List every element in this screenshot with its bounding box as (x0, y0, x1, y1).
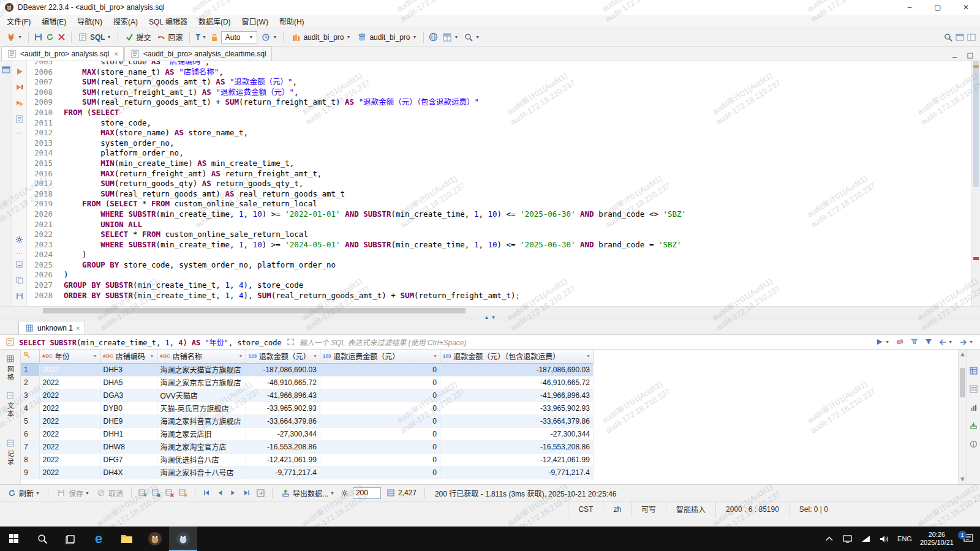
view-tab-grid[interactable]: 网格 (5, 353, 15, 381)
close-icon[interactable]: × (114, 50, 118, 58)
schema-combo[interactable]: audit_bi_pro▼ (354, 31, 419, 43)
column-menu-icon[interactable]: ▼ (313, 354, 317, 358)
expand-filter-icon[interactable] (285, 337, 296, 347)
view-tab-record[interactable]: 记录 (5, 438, 15, 466)
data-cell[interactable]: 2022 (39, 402, 100, 414)
overview-marker-warning[interactable] (973, 65, 979, 68)
data-cell[interactable]: -46,910,665.72 (440, 376, 593, 389)
copy-icon[interactable] (14, 275, 24, 285)
calc-panel-icon[interactable] (968, 384, 979, 394)
data-cell[interactable]: 0 (320, 402, 440, 414)
data-cell[interactable]: -41,966,896.43 (440, 389, 593, 402)
data-cell[interactable]: -12,421,061.99 (246, 453, 320, 466)
menu-item-5[interactable]: 数据库(D) (193, 15, 236, 28)
row-number-cell[interactable]: 9 (21, 466, 39, 479)
data-cell[interactable]: 2022 (39, 440, 100, 453)
edit-filter-icon[interactable] (909, 337, 919, 347)
code-line[interactable]: GROUP BY SUBSTR(min_create_time_t, 1, 4)… (64, 280, 971, 291)
data-cell[interactable]: -187,086,690.03 (246, 363, 320, 376)
delete-row-icon[interactable] (165, 488, 175, 498)
data-cell[interactable]: DGA3 (100, 389, 157, 402)
sql-editor-button[interactable]: SQL▼ (76, 31, 113, 43)
apply-filter-button[interactable]: ▼ (875, 337, 891, 347)
chart-panel-icon[interactable] (968, 402, 979, 413)
tray-network-icon[interactable] (861, 534, 871, 544)
code-line[interactable]: SUM(real_return_goods_amt) AS real_retur… (64, 189, 971, 200)
data-cell[interactable]: 2022 (39, 427, 100, 440)
commit-button[interactable]: 提交 (123, 31, 153, 43)
code-line[interactable]: ) (64, 270, 971, 280)
menu-item-7[interactable]: 帮助(H) (274, 15, 310, 28)
overview-marker-error[interactable] (973, 257, 979, 260)
transaction-log-button[interactable]: ▼ (258, 31, 279, 43)
connection-combo[interactable]: audit_bi_pro▼ (288, 31, 353, 43)
code-line[interactable]: ) (64, 250, 971, 260)
grid-settings-icon[interactable] (339, 488, 350, 498)
value-viewer-icon[interactable] (968, 365, 979, 376)
data-cell[interactable]: -33,664,379.86 (246, 414, 320, 427)
minimize-button[interactable]: – (895, 0, 924, 15)
edit-value-icon[interactable] (178, 488, 189, 498)
scrollbar-thumb[interactable] (43, 308, 466, 313)
menu-item-2[interactable]: 导航(N) (72, 15, 108, 28)
grid-vertical-scrollbar[interactable] (958, 350, 967, 484)
delete-icon[interactable] (56, 32, 67, 42)
data-cell[interactable]: -46,910,665.72 (246, 376, 320, 389)
export-panel-icon[interactable] (968, 421, 979, 431)
minimize-panel-icon[interactable] (949, 50, 960, 61)
dbeaver-taskbar-icon[interactable] (141, 527, 169, 551)
editor-vertical-scrollbar[interactable] (971, 61, 980, 306)
previous-row-icon[interactable] (215, 488, 225, 498)
row-number-cell[interactable]: 1 (21, 363, 39, 376)
data-cell[interactable]: 2022 (39, 363, 100, 376)
scrollbar-thumb[interactable] (960, 368, 965, 397)
data-cell[interactable]: DHA5 (100, 376, 157, 389)
data-cell[interactable]: 2022 (39, 376, 100, 389)
data-cell[interactable]: 0 (320, 376, 440, 389)
data-cell[interactable]: -33,965,902.93 (440, 402, 593, 414)
column-header-5[interactable]: 123退款金额（元）（包含退款运费）▼ (440, 350, 593, 363)
row-count-button[interactable]: 2,427 (384, 487, 418, 500)
data-cell[interactable]: 2022 (39, 414, 100, 427)
filters-menu-icon[interactable] (923, 337, 933, 347)
lock-icon[interactable] (209, 32, 220, 42)
save-icon[interactable] (33, 32, 43, 42)
filter-placeholder[interactable]: 输入一个 SQL 表达式来过滤结果 (使用 Ctrl+Space) (300, 337, 467, 347)
filter-history-forward-button[interactable]: ▼ (958, 338, 975, 347)
table-row[interactable]: 72022DHW8海澜之家淘宝官方店-16,553,208.860-16,553… (21, 440, 593, 453)
filter-history-back-button[interactable]: ▼ (937, 338, 954, 347)
new-connection-button[interactable]: ▼ (4, 31, 24, 43)
data-cell[interactable]: 海澜之家抖音官方旗舰店 (157, 414, 246, 427)
execute-new-tab-icon[interactable] (14, 82, 24, 92)
execute-sql-icon[interactable] (14, 66, 24, 77)
data-cell[interactable]: OVV天猫店 (157, 389, 246, 402)
row-number-cell[interactable]: 4 (21, 402, 39, 414)
row-number-cell[interactable]: 2 (21, 376, 39, 389)
table-row[interactable]: 62022DHH1海澜之家云店旧-27,300,3440-27,300,344 (21, 427, 593, 440)
column-menu-icon[interactable]: ▼ (586, 354, 590, 358)
start-button[interactable] (0, 527, 28, 551)
add-row-icon[interactable] (138, 488, 148, 498)
column-menu-icon[interactable]: ▼ (93, 354, 97, 358)
menu-item-6[interactable]: 窗口(W) (236, 15, 274, 28)
row-number-cell[interactable]: 6 (21, 427, 39, 440)
filter-expression[interactable]: SELECT SUBSTR(min_create_time_t, 1, 4) A… (19, 337, 282, 347)
save-file-icon[interactable] (14, 291, 24, 301)
data-cell[interactable]: 0 (320, 363, 440, 376)
overflow-icon[interactable]: … (16, 250, 23, 253)
column-header-3[interactable]: 123退款金额（元）▼ (246, 350, 320, 363)
execute-script-icon[interactable] (14, 98, 24, 108)
data-cell[interactable]: -12,421,061.99 (440, 453, 593, 466)
row-number-cell[interactable]: 7 (21, 440, 39, 453)
data-cell[interactable]: -33,965,902.93 (246, 402, 320, 414)
data-cell[interactable]: -41,966,896.43 (246, 389, 320, 402)
code-line[interactable]: GROUP BY store_code, system_order_no, pl… (64, 260, 971, 271)
edge-browser-icon[interactable]: e (85, 527, 113, 551)
row-number-cell[interactable]: 5 (21, 414, 39, 427)
file-explorer-icon[interactable] (113, 527, 141, 551)
code-line[interactable]: store_code AS "店铺编码", (64, 61, 971, 67)
taskbar-clock[interactable]: 20:262025/10/21 (920, 531, 954, 547)
data-cell[interactable]: 天猫-英氏官方旗舰店 (157, 402, 246, 414)
close-button[interactable]: ✕ (952, 0, 980, 15)
window-layout-icon[interactable] (966, 32, 976, 42)
